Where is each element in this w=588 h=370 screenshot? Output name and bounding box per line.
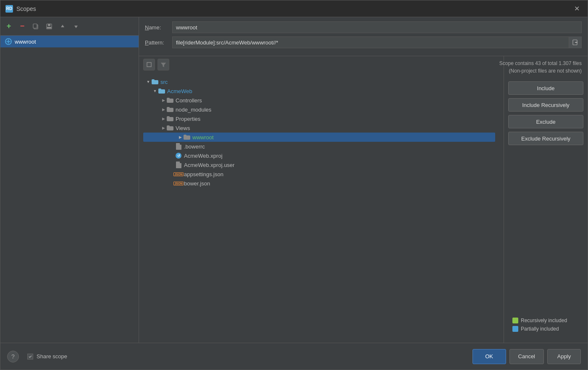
include-button[interactable]: Include: [508, 81, 583, 95]
scope-list: wwwroot: [0, 36, 139, 343]
name-row: Name:: [145, 21, 582, 33]
legend-recursively-label: Recursively included: [521, 318, 567, 323]
include-recursively-button[interactable]: Include Recursively: [508, 98, 583, 112]
tree-node-xproj[interactable]: ▶ ↺ AcmeWeb.xproj: [143, 151, 499, 160]
dialog-buttons: OK Cancel Apply: [472, 349, 581, 364]
tree-node-node-modules[interactable]: ▶ node_modules: [143, 105, 499, 114]
svg-rect-8: [147, 63, 151, 67]
main-content: + −: [0, 17, 588, 343]
tree-area: Scope contains 43 of total 1.307 files (…: [139, 56, 588, 343]
folder-icon-node-modules: [167, 107, 173, 112]
exclude-button[interactable]: Exclude: [508, 115, 583, 128]
move-up-button[interactable]: [57, 21, 68, 32]
tree-node-properties[interactable]: ▶ Properties: [143, 114, 499, 123]
help-button[interactable]: ?: [7, 351, 19, 362]
svg-rect-4: [47, 27, 51, 29]
folder-icon-wwwroot: [184, 134, 190, 140]
folder-icon-acmeweb: [158, 88, 165, 94]
tree-node-views[interactable]: ▶ Views: [143, 123, 499, 133]
legend: Recursively included Partially included: [508, 313, 583, 339]
fields-area: Name: Pattern:: [139, 17, 588, 56]
node-label-xproj: AcmeWeb.xproj: [184, 153, 223, 159]
legend-partially-included: Partially included: [512, 326, 579, 332]
expand-icon-wwwroot[interactable]: ▶: [177, 134, 184, 141]
left-panel: + −: [0, 17, 139, 343]
xproj-icon: ↺: [175, 153, 182, 159]
cancel-button[interactable]: Cancel: [509, 349, 544, 364]
dialog-title: Scopes: [16, 5, 571, 12]
folder-icon-controllers: [167, 97, 173, 103]
right-panel: Name: Pattern:: [139, 17, 588, 343]
scope-info-line2: (Non-project files are not shown): [499, 67, 582, 75]
tree-toolbar: [139, 56, 173, 73]
json-icon-bower: JSON: [175, 180, 182, 186]
file-icon-xprojuser: [175, 162, 182, 168]
add-scope-button[interactable]: +: [3, 21, 15, 32]
tree-node-xprojuser[interactable]: ▶ AcmeWeb.xproj.user: [143, 160, 499, 169]
tree-node-bowerrc[interactable]: ▶ .bowerrc: [143, 142, 499, 151]
scope-item[interactable]: wwwroot: [0, 36, 139, 47]
right-action-buttons: Include Include Recursively Exclude Excl…: [504, 56, 588, 343]
expand-icon-src[interactable]: ▼: [145, 78, 152, 85]
exclude-recursively-button[interactable]: Exclude Recursively: [508, 132, 583, 145]
node-label-node-modules: node_modules: [176, 107, 211, 113]
tree-container[interactable]: ▼ src ▼ AcmeWeb: [139, 56, 504, 343]
title-bar: RD Scopes ✕: [0, 0, 588, 17]
remove-scope-button[interactable]: −: [16, 21, 28, 32]
expand-icon-properties[interactable]: ▶: [160, 115, 167, 122]
scope-info-line1: Scope contains 43 of total 1.307 files: [499, 60, 582, 67]
pattern-input[interactable]: [172, 36, 569, 48]
svg-rect-3: [48, 24, 50, 26]
legend-partially-label: Partially included: [521, 326, 559, 332]
node-label-views: Views: [176, 125, 190, 131]
copy-scope-button[interactable]: [30, 21, 42, 32]
tree-node-bower[interactable]: ▶ JSON bower.json: [143, 179, 499, 188]
move-down-button[interactable]: [70, 21, 82, 32]
pattern-label: Pattern:: [145, 39, 172, 46]
node-label-acmeweb: AcmeWeb: [167, 88, 192, 94]
pattern-action-button[interactable]: [569, 36, 582, 48]
expand-icon-acmeweb[interactable]: ▼: [152, 88, 158, 94]
tree-filter-button[interactable]: [158, 59, 169, 70]
name-input[interactable]: [172, 21, 582, 33]
name-label: Name:: [145, 24, 172, 31]
save-scope-button[interactable]: [43, 21, 55, 32]
node-label-src: src: [160, 79, 168, 85]
folder-icon-views: [167, 125, 173, 131]
apply-button[interactable]: Apply: [547, 349, 581, 364]
close-button[interactable]: ✕: [571, 3, 583, 15]
tree-node-wwwroot[interactable]: ▶ wwwroot: [143, 133, 495, 142]
tree-node-appsettings[interactable]: ▶ JSON appsettings.json: [143, 169, 499, 179]
json-icon-appsettings: JSON: [175, 171, 182, 177]
share-scope-label: Share scope: [37, 353, 67, 360]
share-scope-area: Share scope: [27, 353, 67, 360]
legend-recursively-color: [512, 318, 518, 323]
svg-rect-1: [33, 24, 37, 28]
expand-icon-views[interactable]: ▶: [160, 125, 167, 131]
folder-icon-properties: [167, 116, 173, 122]
tree-node-acmeweb[interactable]: ▼ AcmeWeb: [143, 86, 499, 96]
node-label-xprojuser: AcmeWeb.xproj.user: [184, 162, 234, 168]
node-label-wwwroot: wwwroot: [192, 134, 214, 141]
left-toolbar: + −: [0, 17, 139, 36]
folder-icon-src: [152, 79, 158, 85]
node-label-controllers: Controllers: [176, 97, 202, 104]
svg-point-6: [7, 40, 10, 43]
tree-node-src[interactable]: ▼ src: [143, 77, 499, 86]
expand-icon-node-modules[interactable]: ▶: [160, 106, 167, 113]
node-label-appsettings: appsettings.json: [184, 171, 223, 177]
node-label-bowerrc: .bowerrc: [184, 143, 205, 150]
tree-square-button[interactable]: [143, 59, 155, 70]
file-icon-bowerrc: [175, 143, 182, 149]
scopes-dialog: RD Scopes ✕ + −: [0, 0, 588, 370]
bottom-bar: ? Share scope OK Cancel Apply: [0, 343, 588, 370]
node-label-bower: bower.json: [184, 180, 210, 187]
scope-info: Scope contains 43 of total 1.307 files (…: [499, 56, 582, 75]
expand-icon-controllers[interactable]: ▶: [160, 97, 167, 104]
ok-button[interactable]: OK: [472, 349, 506, 364]
scope-item-icon: [5, 38, 12, 45]
share-scope-checkbox[interactable]: [27, 354, 33, 360]
node-label-properties: Properties: [176, 116, 200, 122]
legend-partially-color: [512, 326, 518, 332]
tree-node-controllers[interactable]: ▶ Controllers: [143, 96, 499, 105]
